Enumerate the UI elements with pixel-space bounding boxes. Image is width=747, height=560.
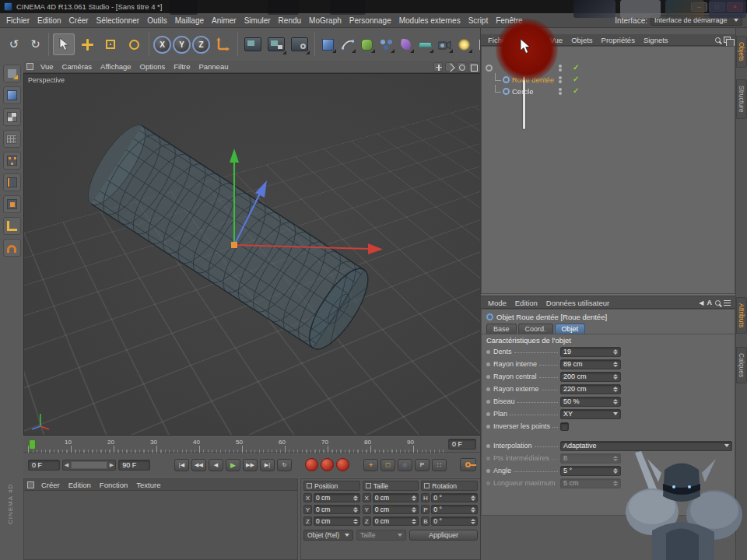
goto-start-button[interactable]: |◀ xyxy=(174,459,189,471)
materials-menu-creer[interactable]: Créer xyxy=(37,479,64,491)
anim-toggle-icon[interactable] xyxy=(486,425,490,429)
scale-y-field[interactable]: 0 cm xyxy=(373,505,419,514)
spinner-icon[interactable] xyxy=(353,495,358,501)
spinner-icon[interactable] xyxy=(412,507,416,513)
tab-objet[interactable]: Objet xyxy=(555,324,586,334)
scale-tool-button[interactable] xyxy=(100,33,121,55)
viewport-menu-vue[interactable]: Vue xyxy=(37,61,58,72)
rotation-header[interactable]: Rotation xyxy=(421,481,478,491)
rayon-externe-field[interactable]: 220 cm xyxy=(560,384,621,394)
anim-toggle-icon[interactable] xyxy=(486,412,490,416)
font-icon[interactable]: A xyxy=(707,299,713,306)
anim-toggle-icon[interactable] xyxy=(486,362,490,366)
rotate-tool-button[interactable] xyxy=(123,33,145,55)
view-pan-icon[interactable] xyxy=(433,62,443,72)
tab-structure[interactable]: Structure xyxy=(736,79,747,119)
previous-frame-button[interactable]: ◀ xyxy=(209,459,223,471)
menu-creer[interactable]: Créer xyxy=(65,14,93,27)
position-x-field[interactable]: 0 cm xyxy=(314,493,360,502)
object-row[interactable]: Cercle ✓ xyxy=(482,86,735,97)
render-settings-button[interactable] xyxy=(289,33,310,55)
object-manager[interactable]: ✓ Roue dentée ✓ Cercle ✓ xyxy=(481,46,735,294)
render-picture-viewer-button[interactable] xyxy=(265,33,287,55)
camera-button[interactable] xyxy=(436,35,454,54)
anim-toggle-icon[interactable] xyxy=(486,350,490,354)
keyframe-selection-button[interactable] xyxy=(336,458,349,471)
lock-x-button[interactable]: X xyxy=(153,36,171,54)
spline-pen-button[interactable] xyxy=(338,35,356,54)
search-icon[interactable] xyxy=(715,37,721,43)
menu-personnage[interactable]: Personnage xyxy=(345,14,395,27)
rotation-h-field[interactable]: 0 ° xyxy=(431,493,478,502)
search-icon[interactable] xyxy=(715,300,721,306)
gear-extrusion-wireframe[interactable] xyxy=(55,105,444,401)
undo-button[interactable]: ↺ xyxy=(3,33,25,55)
scale-header[interactable]: Taille xyxy=(363,481,419,491)
rotation-p-field[interactable]: 0 ° xyxy=(431,505,478,514)
dents-field[interactable]: 19 xyxy=(560,347,621,357)
materials-menu-texture[interactable]: Texture xyxy=(132,479,164,491)
menu-edition[interactable]: Edition xyxy=(33,14,65,27)
viewport-menu-filtre[interactable]: Filtre xyxy=(170,61,194,72)
enable-check-icon[interactable]: ✓ xyxy=(573,75,579,83)
make-editable-button[interactable] xyxy=(3,65,21,82)
record-pla-toggle[interactable]: ∷ xyxy=(432,459,447,471)
rayon-interne-field[interactable]: 89 cm xyxy=(560,359,621,369)
visibility-dots-icon[interactable] xyxy=(559,65,562,72)
lock-z-button[interactable]: Z xyxy=(192,36,210,54)
autokey-button[interactable] xyxy=(321,458,334,471)
spinner-icon[interactable] xyxy=(471,507,475,513)
position-z-field[interactable]: 0 cm xyxy=(314,516,360,526)
position-header[interactable]: Position xyxy=(303,481,360,491)
plan-dropdown[interactable]: XY xyxy=(560,409,621,419)
spinner-icon[interactable] xyxy=(471,495,475,501)
environment-button[interactable] xyxy=(416,35,434,54)
coordinate-system-button[interactable] xyxy=(212,33,233,55)
coord-mode-select[interactable]: Objet (Rel) xyxy=(303,530,353,541)
view-toggle-icon[interactable] xyxy=(468,62,478,72)
next-key-button[interactable]: ▶▶ xyxy=(243,459,258,471)
goto-end-button[interactable]: ▶| xyxy=(260,459,275,471)
tab-coord[interactable]: Coord. xyxy=(518,324,553,334)
enable-axis-button[interactable] xyxy=(3,217,21,235)
anim-toggle-icon[interactable] xyxy=(486,387,490,391)
panel-menu-icon[interactable] xyxy=(724,300,731,306)
array-generator-button[interactable] xyxy=(377,35,395,54)
play-button[interactable]: ▶ xyxy=(226,459,240,471)
am-menu-mode[interactable]: Mode xyxy=(484,297,510,309)
playhead[interactable] xyxy=(29,439,36,450)
materials-menu-fonction[interactable]: Fonction xyxy=(96,479,132,491)
menu-simuler[interactable]: Simuler xyxy=(240,14,275,27)
rayon-central-field[interactable]: 200 cm xyxy=(560,372,621,382)
current-frame-field[interactable]: 0 F xyxy=(448,439,476,450)
spinner-icon[interactable] xyxy=(353,507,358,513)
record-keyframe-button[interactable] xyxy=(305,458,318,471)
spinner-icon[interactable] xyxy=(613,362,618,367)
menu-selectionner[interactable]: Sélectionner xyxy=(93,14,144,27)
om-menu-proprietes[interactable]: Propriétés xyxy=(598,34,639,46)
menu-outils[interactable]: Outils xyxy=(143,14,171,27)
spinner-icon[interactable] xyxy=(412,519,416,524)
visibility-dots-icon[interactable] xyxy=(559,76,562,83)
tab-base[interactable]: Base xyxy=(486,324,517,334)
om-menu-signets[interactable]: Signets xyxy=(640,34,672,46)
menu-mograph[interactable]: MoGraph xyxy=(305,14,345,27)
spinner-icon[interactable] xyxy=(471,519,475,524)
record-scale-toggle[interactable]: □ xyxy=(381,459,395,471)
anim-toggle-icon[interactable] xyxy=(486,469,490,473)
menu-script[interactable]: Script xyxy=(465,14,493,27)
lock-y-button[interactable]: Y xyxy=(173,36,191,54)
view-zoom-icon[interactable] xyxy=(445,62,454,72)
range-scrollbar[interactable]: ◀▶ xyxy=(62,460,116,471)
render-view-button[interactable] xyxy=(242,33,264,55)
materials-menu-edition[interactable]: Edition xyxy=(65,479,95,491)
move-tool-button[interactable] xyxy=(76,33,98,55)
cube-primitive-button[interactable] xyxy=(319,35,337,54)
light-button[interactable] xyxy=(455,35,473,54)
subdivision-surface-button[interactable] xyxy=(358,35,376,54)
scale-z-field[interactable]: 0 cm xyxy=(373,516,419,526)
redo-button[interactable]: ↻ xyxy=(26,35,44,54)
spinner-icon[interactable] xyxy=(613,349,618,355)
visibility-dots-icon[interactable] xyxy=(559,88,562,95)
texture-mode-button[interactable] xyxy=(3,108,21,126)
